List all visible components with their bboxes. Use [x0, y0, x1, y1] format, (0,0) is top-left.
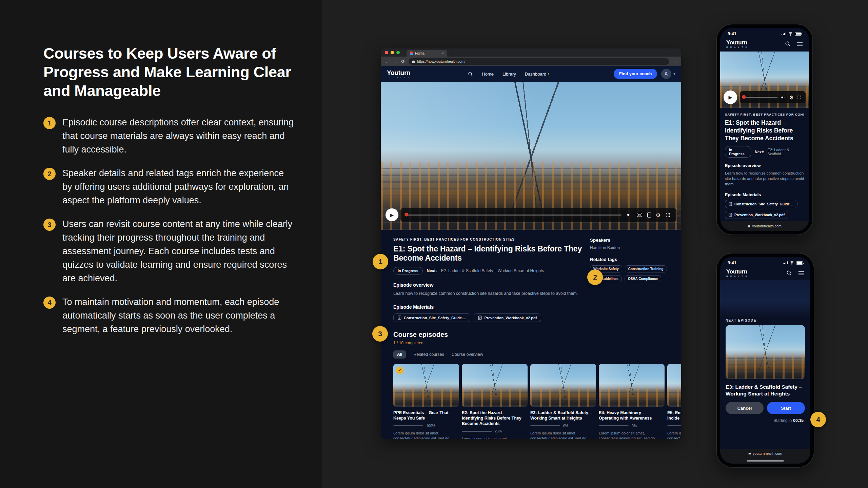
search-icon[interactable]: [786, 270, 792, 276]
volume-icon[interactable]: [627, 212, 632, 217]
minimize-window-button[interactable]: [391, 51, 394, 54]
note-number-badge: 4: [43, 297, 56, 309]
phone-mockup-episode: 9:41 Youturn H E A L T H ▶: [717, 24, 812, 235]
video-player[interactable]: ▶ cc ⚙: [381, 82, 681, 230]
tab-related-courses[interactable]: Related courses: [413, 352, 444, 357]
document-icon: [478, 316, 482, 320]
find-coach-button[interactable]: Find your coach: [614, 69, 657, 79]
episode-card[interactable]: E5: Em Incide 0% Lorem ipsum dolor sit a…: [667, 364, 681, 439]
course-episodes-heading: Course episodes: [393, 331, 669, 339]
transcript-icon[interactable]: [647, 212, 651, 218]
site-logo[interactable]: Youturn H E A L T H: [387, 69, 410, 79]
speaker-name[interactable]: Hamilton Baiden: [590, 245, 669, 250]
seek-bar[interactable]: [407, 215, 622, 216]
episode-thumbnail: [667, 364, 681, 407]
fullscreen-icon[interactable]: [797, 95, 802, 100]
wifi-icon: [788, 32, 793, 36]
card-description: Lorem ipsum dolor sit amet, consectetur …: [530, 431, 596, 439]
video-player[interactable]: ▶ ⚙: [720, 52, 809, 108]
search-icon[interactable]: [468, 72, 473, 77]
back-button[interactable]: ←: [385, 59, 389, 64]
seek-bar[interactable]: [744, 97, 777, 98]
countdown-value: 00:15: [793, 418, 804, 423]
search-icon[interactable]: [785, 41, 791, 47]
dimmed-video-backdrop: [720, 280, 810, 318]
material-file-chip[interactable]: Prevention_Workbook_v2.pdf: [474, 313, 541, 322]
card-progress-bar: [667, 425, 681, 426]
settings-icon[interactable]: ⚙: [789, 95, 794, 100]
episode-card-row: ✓ PPE Essentials – Gear That Keeps You S…: [393, 364, 681, 439]
browser-tabstrip: Figma × +: [381, 48, 681, 57]
document-icon: [729, 202, 732, 206]
browser-tab[interactable]: Figma ×: [407, 50, 447, 57]
cancel-button[interactable]: Cancel: [726, 402, 764, 414]
fullscreen-icon[interactable]: [665, 212, 670, 218]
zoom-window-button[interactable]: [396, 51, 400, 54]
player-icons: cc ⚙: [627, 212, 670, 218]
nav-item-library[interactable]: Library: [502, 72, 516, 77]
next-episode-thumbnail[interactable]: [726, 325, 805, 379]
app-header: Youturn H E A L T H: [720, 265, 810, 280]
play-button[interactable]: ▶: [724, 90, 737, 104]
document-icon: [398, 316, 401, 320]
volume-icon[interactable]: [781, 95, 786, 100]
brand-name: Youturn: [387, 69, 410, 76]
menu-icon[interactable]: [797, 42, 803, 46]
card-title: E4: Heavy Machinery – Operating with Awa…: [599, 410, 665, 421]
site-logo[interactable]: Youturn H E A L T H: [726, 269, 748, 277]
close-window-button[interactable]: [385, 51, 388, 54]
signal-icon: [783, 261, 788, 264]
note-text: Users can revisit course content at any …: [62, 217, 295, 285]
tag-chip[interactable]: OSHA Compliance: [625, 275, 661, 282]
episode-card[interactable]: E2: Spot the Hazard – Identifying Risks …: [462, 364, 528, 439]
browser-menu-icon[interactable]: ⋮: [673, 59, 677, 64]
episode-details: SAFETY FIRST: BEST PRACTICES FOR CONSTRU…: [381, 230, 681, 439]
card-description: Lorem ipsum dolor sit amet, consectetur …: [462, 436, 528, 439]
episode-thumbnail: ✓: [393, 364, 459, 407]
captions-icon[interactable]: cc: [637, 213, 642, 217]
forward-button[interactable]: →: [393, 59, 397, 64]
chevron-down-icon[interactable]: ▾: [673, 72, 675, 76]
tab-close-icon[interactable]: ×: [442, 51, 444, 55]
site-logo[interactable]: Youturn H E A L T H: [726, 40, 748, 48]
tag-chip[interactable]: Construction Training: [625, 265, 667, 272]
play-button[interactable]: ▶: [386, 208, 398, 221]
window-controls: [385, 48, 400, 57]
mobile-url-bar[interactable]: youturnhealth.com: [720, 221, 809, 231]
new-tab-button[interactable]: +: [451, 50, 453, 57]
site-nav-links: Home Library Dashboard: [468, 72, 549, 77]
browser-window: Figma × + ← → ⟳ https://now.youturnhealt…: [381, 48, 681, 439]
card-progress-bar: [462, 431, 492, 432]
left-notes-panel: Courses to Keep Users Aware of Progress …: [0, 0, 322, 488]
tab-course-overview[interactable]: Course overview: [452, 352, 483, 357]
note-item-2: 2 Speaker details and related tags enric…: [43, 166, 295, 207]
material-file-chip[interactable]: Construction_Site_Safety_Guide....: [725, 200, 797, 208]
nav-item-home[interactable]: Home: [482, 72, 494, 77]
tab-all[interactable]: All: [393, 350, 406, 359]
next-episode-title: E3: Ladder & Scaffold Safety – Working S…: [720, 384, 810, 397]
overview-text: Learn how to recognize common constructi…: [725, 170, 804, 187]
start-button[interactable]: Start: [767, 402, 805, 414]
site-navbar: Youturn H E A L T H Home Library Dashboa…: [381, 66, 681, 82]
battery-icon: [795, 32, 802, 36]
user-avatar[interactable]: [661, 69, 671, 79]
card-description: Lorem ipsum dolor sit amet, consectetur …: [599, 431, 665, 439]
card-progress-label: 100%: [426, 424, 435, 428]
episode-card[interactable]: E4: Heavy Machinery – Operating with Awa…: [599, 364, 665, 439]
material-file-chip[interactable]: Prevention_Workbook_v2.pdf: [725, 211, 788, 219]
material-file-chip[interactable]: Construction_Site_Safety_Guide....: [393, 313, 470, 322]
episode-card[interactable]: E3: Ladder & Scaffold Safety – Working S…: [530, 364, 596, 439]
settings-icon[interactable]: ⚙: [656, 212, 660, 218]
reload-button[interactable]: ⟳: [401, 59, 405, 64]
phone-screen: 9:41 Youturn H E A L T H ▶: [720, 28, 809, 231]
annotation-marker-3: 3: [372, 326, 388, 342]
nav-item-dashboard[interactable]: Dashboard: [525, 72, 550, 77]
home-indicator[interactable]: [747, 460, 784, 462]
card-title: E5: Em Incide: [667, 410, 681, 421]
menu-icon[interactable]: [798, 271, 804, 275]
card-title: E3: Ladder & Scaffold Safety – Working S…: [530, 410, 596, 421]
note-number-badge: 3: [43, 219, 56, 231]
tab-title: Figma: [415, 52, 425, 55]
episode-card[interactable]: ✓ PPE Essentials – Gear That Keeps You S…: [393, 364, 459, 439]
url-bar[interactable]: https://now.youturnhealth.com/: [409, 58, 669, 65]
